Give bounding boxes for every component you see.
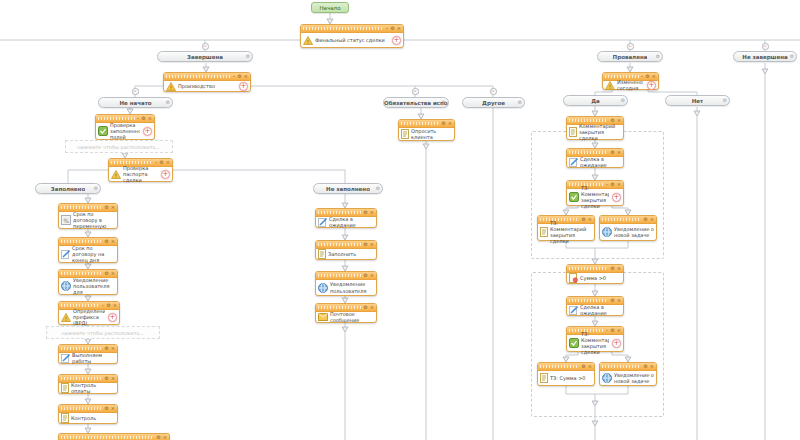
- start-node[interactable]: Начало: [311, 2, 349, 13]
- node-user-notification[interactable]: ⚙×Уведомление пользователя: [315, 271, 377, 296]
- close-icon[interactable]: ×: [650, 364, 654, 369]
- branch-yes[interactable]: Да⚙: [563, 95, 628, 106]
- node-deal-pending-1[interactable]: ⚙×Сделка в ожидание: [315, 208, 377, 228]
- branch-obligations-fulfilled[interactable]: Обязательства исполнены⚙: [383, 97, 449, 108]
- close-icon[interactable]: ×: [111, 239, 115, 244]
- close-icon[interactable]: ×: [370, 273, 374, 278]
- close-icon[interactable]: ×: [652, 74, 656, 79]
- collapse-icon[interactable]: –: [233, 74, 236, 79]
- node-header[interactable]: ⚙×: [567, 265, 623, 273]
- close-icon[interactable]: ×: [111, 205, 115, 210]
- node-check-fields-filled[interactable]: –⚙×Проверка заполненности полей+: [95, 114, 155, 140]
- node-header[interactable]: ⚙×: [600, 363, 656, 371]
- add-branch-button[interactable]: +: [239, 82, 248, 91]
- node-header[interactable]: ⚙×: [600, 216, 656, 224]
- settings-icon[interactable]: ⚙: [610, 150, 614, 155]
- node-sum-gt-0[interactable]: ⚙×Сумма >0: [566, 264, 624, 284]
- node-header[interactable]: ⚙×: [59, 434, 169, 440]
- node-prefix-detection[interactable]: –⚙×!Определение префикса (ВРД)+: [58, 301, 120, 325]
- close-icon[interactable]: ×: [650, 217, 654, 222]
- add-branch-button[interactable]: +: [108, 313, 117, 322]
- gear-icon[interactable]: ⚙: [166, 100, 170, 105]
- settings-icon[interactable]: ⚙: [643, 217, 647, 222]
- settings-icon[interactable]: ⚙: [610, 298, 614, 303]
- add-branch-button[interactable]: +: [392, 36, 401, 45]
- settings-icon[interactable]: ⚙: [159, 160, 163, 165]
- branch-not-started[interactable]: Не начато⚙: [98, 97, 173, 108]
- settings-icon[interactable]: ⚙: [104, 239, 108, 244]
- settings-icon[interactable]: ⚙: [141, 116, 145, 121]
- branch-no[interactable]: Нет⚙: [665, 95, 730, 106]
- node-condition-changed-today[interactable]: –⚙×!Изменено сегодня+: [602, 72, 659, 90]
- gear-icon[interactable]: ⚙: [790, 54, 794, 59]
- node-work-execution[interactable]: ⚙×Выполняем работы: [58, 344, 118, 364]
- settings-icon[interactable]: ⚙: [363, 305, 367, 310]
- node-condition-production[interactable]: –⚙×!Производство+: [163, 72, 251, 92]
- node-header[interactable]: ⚙×: [59, 405, 117, 413]
- node-term-to-variable[interactable]: ⚙×%Срок по договору в переменную: [58, 203, 118, 229]
- node-check-deal-passport[interactable]: –⚙×!Проверка паспорта сделки+: [108, 158, 173, 182]
- close-icon[interactable]: ×: [617, 328, 621, 333]
- insert-placeholder[interactable]: нажмите чтобы расположить...: [46, 326, 160, 339]
- close-icon[interactable]: ×: [448, 121, 452, 126]
- settings-icon[interactable]: ⚙: [104, 205, 108, 210]
- collapse-icon[interactable]: –: [386, 26, 389, 31]
- close-icon[interactable]: ×: [166, 160, 170, 165]
- add-branch-button[interactable]: +: [143, 127, 152, 136]
- branch-filled[interactable]: Заполнено⚙: [35, 183, 101, 194]
- settings-icon[interactable]: ⚙: [156, 435, 160, 440]
- collapse-toggle-icon[interactable]: –: [202, 43, 209, 50]
- node-tz-sum-gt-0[interactable]: ⚙×ТЗ: Сумма >0: [537, 362, 595, 386]
- close-icon[interactable]: ×: [163, 435, 167, 440]
- close-icon[interactable]: ×: [111, 271, 115, 276]
- close-icon[interactable]: ×: [148, 116, 152, 121]
- settings-icon[interactable]: ⚙: [363, 210, 367, 215]
- close-icon[interactable]: ×: [617, 266, 621, 271]
- close-icon[interactable]: ×: [397, 26, 401, 31]
- gear-icon[interactable]: ⚙: [246, 54, 250, 59]
- settings-icon[interactable]: ⚙: [104, 346, 108, 351]
- node-closing-comment[interactable]: ⚙×Комментарий закрытия сделки: [566, 116, 624, 140]
- insert-placeholder[interactable]: нажмите чтобы расположить...: [65, 140, 173, 153]
- settings-icon[interactable]: ⚙: [104, 406, 108, 411]
- settings-icon[interactable]: ⚙: [610, 182, 614, 187]
- collapse-toggle-icon[interactable]: –: [132, 88, 139, 95]
- settings-icon[interactable]: ⚙: [610, 328, 614, 333]
- add-branch-button[interactable]: +: [647, 81, 656, 90]
- close-icon[interactable]: ×: [111, 406, 115, 411]
- node-deal-pending-3[interactable]: ⚙×Сделка в ожидание: [566, 296, 624, 316]
- node-new-task-notification-2[interactable]: ⚙×Уведомление о новой задаче: [599, 362, 657, 386]
- gear-icon[interactable]: ⚙: [723, 98, 727, 103]
- node-tz-closing-comment-2[interactable]: –⚙×ТЗ: Комментарий закрытия сделки+: [566, 326, 624, 352]
- settings-icon[interactable]: ⚙: [581, 364, 585, 369]
- node-user-notification-for[interactable]: ⚙×Уведомление пользователя для: [58, 269, 118, 295]
- collapse-icon[interactable]: –: [137, 116, 140, 121]
- settings-icon[interactable]: ⚙: [363, 273, 367, 278]
- add-branch-button[interactable]: +: [612, 339, 621, 348]
- settings-icon[interactable]: ⚙: [390, 26, 394, 31]
- close-icon[interactable]: ×: [111, 346, 115, 351]
- node-mail-message[interactable]: ⚙×Почтовое сообщение: [315, 303, 377, 323]
- gear-icon[interactable]: ⚙: [621, 98, 625, 103]
- close-icon[interactable]: ×: [113, 303, 117, 308]
- close-icon[interactable]: ×: [617, 150, 621, 155]
- gear-icon[interactable]: ⚙: [442, 100, 446, 105]
- node-term-end-of-day[interactable]: ⚙×Срок по договору на конец дня: [58, 237, 118, 263]
- settings-icon[interactable]: ⚙: [104, 376, 108, 381]
- collapse-toggle-icon[interactable]: –: [490, 88, 497, 95]
- node-header[interactable]: ⚙×: [316, 272, 376, 280]
- branch-not-completed[interactable]: Не завершена⚙: [733, 51, 797, 62]
- collapse-toggle-icon[interactable]: –: [412, 88, 419, 95]
- branch-completed[interactable]: Завершена⚙: [157, 51, 253, 62]
- node-header[interactable]: –⚙×: [164, 73, 250, 81]
- close-icon[interactable]: ×: [617, 182, 621, 187]
- gear-icon[interactable]: ⚙: [94, 186, 98, 191]
- node-deal-pending-2[interactable]: ⚙×Сделка в ожидание: [566, 148, 624, 168]
- gear-icon[interactable]: ⚙: [518, 100, 522, 105]
- gear-icon[interactable]: ⚙: [376, 186, 380, 191]
- close-icon[interactable]: ×: [370, 210, 374, 215]
- node-fill-task[interactable]: ⚙×Заполнить: [315, 240, 377, 260]
- branch-failed[interactable]: Провалена⚙: [597, 51, 663, 62]
- settings-icon[interactable]: ⚙: [106, 303, 110, 308]
- close-icon[interactable]: ×: [370, 242, 374, 247]
